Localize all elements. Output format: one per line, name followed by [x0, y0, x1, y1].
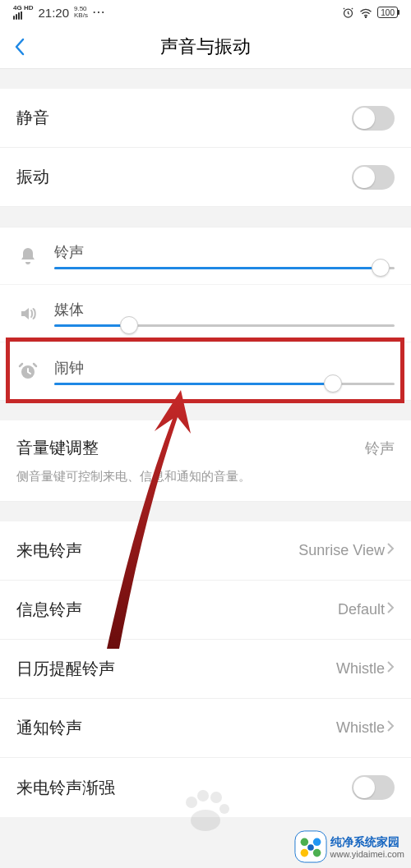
alarm-clock-icon: [16, 361, 39, 381]
svg-point-13: [307, 844, 314, 851]
media-slider[interactable]: [54, 324, 395, 327]
ringtone-slider-body: 铃声: [54, 242, 395, 269]
row-incoming-ringtone[interactable]: 来电铃声 Sunrise View: [0, 521, 411, 581]
alarm-slider-label: 闹钟: [54, 358, 395, 378]
section-spacer: [0, 207, 411, 227]
svg-point-3: [191, 810, 220, 831]
svg-point-11: [300, 849, 308, 857]
incoming-ringtone-value: Sunrise View: [298, 542, 385, 559]
watermark-url: www.yidaimei.com: [330, 850, 404, 859]
page-title: 声音与振动: [0, 34, 411, 59]
alarm-icon: [342, 7, 354, 19]
svg-point-9: [300, 838, 308, 847]
svg-point-5: [197, 790, 209, 801]
media-slider-label: 媒体: [54, 300, 395, 319]
mute-label: 静音: [16, 107, 49, 129]
section-spacer: [0, 69, 411, 89]
chevron-right-icon: [386, 601, 395, 618]
volume-key-label: 音量键调整: [16, 437, 99, 459]
ringtone-slider-label: 铃声: [54, 242, 395, 262]
navigation-bar: 声音与振动: [0, 25, 411, 69]
media-slider-body: 媒体: [54, 300, 395, 327]
slider-row-alarm: 闹钟: [0, 342, 411, 400]
section-spacer: [0, 401, 411, 420]
chevron-right-icon: [386, 660, 395, 677]
message-ringtone-value: Default: [338, 601, 385, 618]
wifi-icon: [359, 7, 372, 18]
watermark: 纯净系统家园 www.yidaimei.com: [294, 830, 404, 863]
row-vibration[interactable]: 振动: [0, 148, 411, 207]
speaker-icon: [16, 304, 39, 324]
vibration-label: 振动: [16, 166, 49, 188]
row-message-ringtone[interactable]: 信息铃声 Default: [0, 581, 411, 640]
bell-icon: [16, 246, 39, 266]
svg-point-10: [312, 838, 321, 847]
slider-row-media: 媒体: [0, 285, 411, 342]
row-volume-key[interactable]: 音量键调整 铃声: [0, 420, 411, 464]
status-more-icon: ···: [93, 7, 106, 18]
svg-point-7: [219, 804, 229, 814]
mute-toggle[interactable]: [352, 106, 395, 131]
ringtone-slider[interactable]: [54, 267, 395, 269]
section-spacer: [0, 502, 411, 521]
svg-point-4: [186, 797, 197, 808]
status-time: 21:20: [38, 6, 69, 20]
watermark-logo-icon: [294, 830, 327, 863]
battery-indicator: 100: [377, 7, 398, 18]
calendar-ringtone-value: Whistle: [336, 660, 385, 677]
chevron-right-icon: [386, 542, 395, 559]
status-right-cluster: 100: [342, 7, 398, 19]
svg-point-1: [366, 16, 367, 17]
row-notification-ringtone[interactable]: 通知铃声 Whistle: [0, 699, 411, 758]
alarm-slider[interactable]: [54, 383, 395, 385]
status-bar: 4G HD 21:20 9.50 KB/s ··· 100: [0, 0, 411, 25]
volume-key-value: 铃声: [365, 439, 395, 458]
chevron-right-icon: [386, 719, 395, 737]
notification-ringtone-label: 通知铃声: [16, 717, 82, 739]
slider-row-ringtone: 铃声: [0, 227, 411, 285]
row-calendar-ringtone[interactable]: 日历提醒铃声 Whistle: [0, 640, 411, 699]
calendar-ringtone-label: 日历提醒铃声: [16, 658, 115, 680]
row-mute[interactable]: 静音: [0, 89, 411, 148]
notification-ringtone-value: Whistle: [336, 719, 385, 737]
message-ringtone-label: 信息铃声: [16, 599, 82, 621]
back-button[interactable]: [0, 25, 39, 69]
status-network-speed: 9.50 KB/s: [74, 6, 88, 19]
watermark-title: 纯净系统家园: [330, 835, 404, 850]
incoming-ringtone-label: 来电铃声: [16, 540, 82, 562]
volume-key-help: 侧音量键可控制来电、信息和通知的音量。: [0, 464, 411, 502]
svg-point-12: [312, 849, 321, 857]
network-icon: 4G HD: [13, 5, 33, 20]
volume-sliders-section: 铃声 媒体 闹钟: [0, 227, 411, 401]
svg-point-6: [210, 792, 222, 803]
vibration-toggle[interactable]: [352, 165, 395, 190]
status-left-cluster: 4G HD 21:20 9.50 KB/s ···: [13, 5, 106, 20]
alarm-slider-body: 闹钟: [54, 358, 395, 385]
watermark-ghost-icon: [0, 786, 411, 835]
